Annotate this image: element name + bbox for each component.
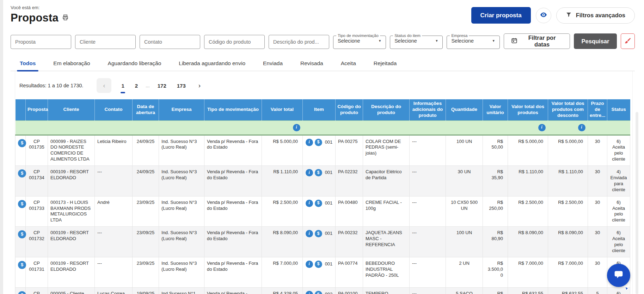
column-header-informa-es-adicionais-do-produto: Informações adicionais do produto <box>410 99 446 120</box>
item-number: 001 <box>325 170 333 175</box>
cell-proposta: CP 001732 <box>26 227 48 257</box>
info-icon[interactable]: i <box>306 169 313 176</box>
column-header-data-de-abertura: Data de abertura <box>133 99 159 120</box>
tab-revisada[interactable]: Revisada <box>300 57 324 71</box>
column-header-quantidade: Quantidade <box>446 99 483 120</box>
cell-quantidade: 30 UN <box>446 166 483 196</box>
next-page-button[interactable]: › <box>198 82 201 89</box>
row-money-cell: $ <box>16 227 26 257</box>
tab-liberada-aguardando-envio[interactable]: Liberada aguardando envio <box>178 57 246 71</box>
pagination-bar: Resultados: 1 a 10 de 1730. ‹ 1 2 ... 17… <box>15 71 632 99</box>
page-button-1[interactable]: 1 <box>118 81 127 91</box>
search-button[interactable]: Pesquisar <box>574 33 617 49</box>
tipo-movimentacao-select[interactable]: Tipo de movimentação Selecione ▼ <box>333 33 386 49</box>
column-header-contato: Contato <box>95 99 133 120</box>
tab-enviada[interactable]: Enviada <box>262 57 283 71</box>
cell-codigo: PA 00232 <box>336 227 363 257</box>
page-numbers: 1 2 ... 172 173 <box>118 81 188 91</box>
tab-rejeitada[interactable]: Rejeitada <box>373 57 398 71</box>
cell-valor_produtos: R$ 1.110,00 <box>508 166 548 196</box>
cell-cliente: 000099 - RAIZES DO NORDESTE COMERCIO DE … <box>48 135 95 166</box>
results-count: Resultados: 1 a 10 de 1730. <box>19 83 83 88</box>
cell-proposta: CP 001735 <box>26 135 48 166</box>
filter-by-dates-button[interactable]: Filtrar por datas <box>504 33 570 49</box>
info-icon[interactable]: i <box>306 200 313 207</box>
create-proposal-button[interactable]: Criar proposta <box>471 7 531 24</box>
cell-valor_unitario: R$ 35,90 <box>483 166 508 196</box>
money-icon[interactable]: $ <box>315 291 322 294</box>
money-icon[interactable]: $ <box>18 200 26 208</box>
column-header-valor-total: Valor total <box>262 99 303 120</box>
cell-empresa: Ind. Sucesso N°3 (Lucro Real) <box>159 196 204 227</box>
cell-status: 6) Aceita pelo cliente <box>607 135 630 166</box>
cell-info: --- <box>410 257 446 288</box>
page-ellipsis: ... <box>146 83 150 88</box>
chevron-down-icon: ▼ <box>492 39 495 43</box>
tab-em-elaboração[interactable]: Em elaboração <box>53 57 91 71</box>
info-icon[interactable]: i <box>293 124 300 131</box>
info-icon[interactable]: i <box>306 139 313 146</box>
page-button-173[interactable]: 173 <box>174 81 189 91</box>
breadcrumb: Você está em: <box>11 5 69 10</box>
prev-page-button[interactable]: ‹ <box>97 78 111 93</box>
money-icon[interactable]: $ <box>18 261 26 269</box>
money-icon[interactable]: $ <box>18 169 26 177</box>
info-icon[interactable]: i <box>306 291 313 294</box>
column-header-status: Status <box>607 99 630 120</box>
cell-data: 23/09/25 <box>133 257 159 288</box>
item-number: 001 <box>325 200 333 206</box>
cell-item: i$001 <box>303 227 336 257</box>
column-header-tipo-de-movimenta-o: Tipo de movimentação <box>204 99 262 120</box>
info-icon[interactable]: i <box>538 124 546 131</box>
money-icon[interactable]: $ <box>315 139 322 146</box>
cell-prazo: 30 <box>588 166 607 196</box>
money-icon[interactable]: $ <box>315 200 322 207</box>
print-icon[interactable] <box>62 14 69 22</box>
page-button-2[interactable]: 2 <box>132 81 141 91</box>
cliente-filter-input[interactable] <box>75 35 136 49</box>
cell-valor_unitario: R$ 50,00 <box>483 135 508 166</box>
cell-empresa: Ind. Sucesso N°3 (Lucro Real) <box>159 257 204 288</box>
money-icon[interactable]: $ <box>18 139 26 147</box>
empresa-select[interactable]: Empresa Selecione ▼ <box>447 33 499 49</box>
proposta-filter-input[interactable] <box>11 35 71 49</box>
tab-aceita[interactable]: Aceita <box>340 57 357 71</box>
cell-empresa: Ind.Sucesso N°1 (Simples Nacional) <box>159 288 204 294</box>
info-icon[interactable]: i <box>306 261 313 268</box>
table-scrollbar[interactable] <box>636 112 638 294</box>
cell-data: 19/09/25 <box>133 288 159 294</box>
row-money-cell: $ <box>16 196 26 227</box>
cell-prazo: 30 <box>588 135 607 166</box>
cell-valor_desconto: R$ 1.110,00 <box>548 166 588 196</box>
money-icon[interactable]: $ <box>18 230 26 238</box>
descricao-produto-filter-input[interactable] <box>269 35 329 49</box>
clear-filters-button[interactable] <box>621 33 635 49</box>
advanced-filters-button[interactable]: Filtros avançados <box>556 7 635 24</box>
cell-contato: --- <box>95 227 133 257</box>
money-icon[interactable]: $ <box>18 291 26 294</box>
contato-filter-input[interactable] <box>140 35 200 49</box>
cell-item: i$002 <box>303 288 336 294</box>
tab-todos[interactable]: Todos <box>19 57 36 71</box>
cell-valor_unitario: R$ 250,00 <box>483 196 508 227</box>
status-item-select[interactable]: Status do item Selecione ▼ <box>390 33 443 49</box>
page-button-172[interactable]: 172 <box>155 81 169 91</box>
cell-descricao: Capacitor Elétrico de Partida <box>363 166 410 196</box>
chevron-down-icon: ▼ <box>378 39 381 43</box>
view-button[interactable] <box>536 8 551 23</box>
table-row: $CP 001731000109 - RESORT ELDORADO---23/… <box>16 257 630 288</box>
cell-data: 23/09/25 <box>133 227 159 257</box>
info-icon[interactable]: i <box>578 124 585 131</box>
cell-valor_produtos: R$ 7.000,00 <box>508 257 548 288</box>
money-icon[interactable]: $ <box>315 169 322 176</box>
money-icon[interactable]: $ <box>315 230 322 237</box>
tab-aguardando-liberação[interactable]: Aguardando liberação <box>107 57 162 71</box>
cell-tipo: Venda p/ Revenda - Fora do Estado <box>204 257 262 288</box>
info-icon[interactable]: i <box>306 230 313 237</box>
chat-widget-button[interactable] <box>607 264 630 287</box>
codigo-produto-filter-input[interactable] <box>204 35 265 49</box>
column-header-valor-unit-rio: Valor unitário <box>483 99 508 120</box>
item-number: 001 <box>325 231 333 236</box>
filter-bar: Tipo de movimentação Selecione ▼ Status … <box>11 33 635 49</box>
money-icon[interactable]: $ <box>315 261 322 268</box>
